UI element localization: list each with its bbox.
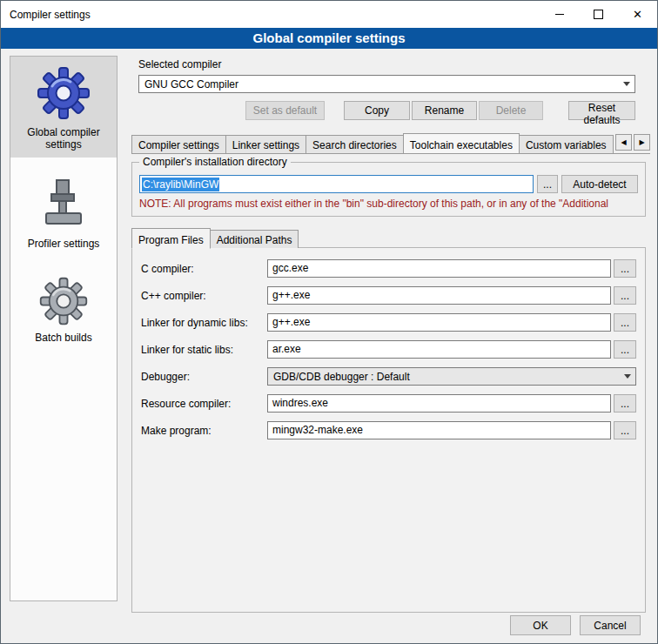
tab-search-directories[interactable]: Search directories: [306, 135, 404, 153]
resource-compiler-browse-button[interactable]: ...: [614, 394, 636, 413]
form-row-debugger: Debugger:GDB/CDB debugger : Default: [141, 367, 636, 386]
chevron-down-icon: [619, 76, 634, 92]
make-program-browse-button[interactable]: ...: [614, 421, 636, 439]
tab-linker-settings[interactable]: Linker settings: [225, 135, 306, 153]
field-label-debugger: Debugger:: [141, 371, 267, 383]
compiler-select-value: GNU GCC Compiler: [139, 78, 619, 91]
subtab-program-files[interactable]: Program Files: [131, 228, 211, 249]
field-label-linker-for-dynamic-libs: Linker for dynamic libs:: [141, 317, 267, 329]
sidebar-item-global-compiler-settings[interactable]: Global compiler settings: [10, 57, 117, 158]
tab-buil[interactable]: Buil: [613, 135, 614, 153]
batch-builds-gear-icon: [38, 276, 89, 326]
tab-scroll-left-button[interactable]: ◀: [615, 134, 632, 151]
make-program-input[interactable]: mingw32-make.exe: [267, 421, 611, 439]
form-row-linker-for-dynamic-libs: Linker for dynamic libs:g++.exe...: [141, 313, 636, 332]
settings-tabstrip: Compiler settingsLinker settingsSearch d…: [131, 132, 650, 154]
field-label-c-compiler: C compiler:: [141, 263, 267, 275]
compiler-select[interactable]: GNU GCC Compiler: [138, 75, 635, 93]
program-files-tabstrip: Program FilesAdditional Paths: [131, 228, 650, 248]
install-dir-row: C:\raylib\MinGW ... Auto-detect: [139, 175, 638, 193]
sidebar-item-profiler-settings[interactable]: Profiler settings: [10, 168, 117, 257]
page-title: Global compiler settings: [1, 28, 657, 49]
linker-for-dynamic-libs-browse-button[interactable]: ...: [614, 313, 636, 332]
compiler-gear-icon: [36, 65, 91, 121]
settings-sidebar: Global compiler settings Profiler settin…: [10, 56, 118, 601]
profiler-icon: [36, 177, 91, 232]
tab-custom-variables[interactable]: Custom variables: [519, 135, 614, 153]
resource-compiler-input[interactable]: windres.exe: [267, 394, 611, 413]
minimize-icon: [555, 14, 564, 15]
install-dir-group: Compiler's installation directory C:\ray…: [131, 162, 646, 217]
compiler-action-buttons: Set as default Copy Rename Delete Reset …: [138, 101, 635, 120]
set-as-default-button: Set as default: [245, 101, 325, 120]
form-row-make-program: Make program:mingw32-make.exe...: [141, 421, 636, 439]
tab-scroll-right-button[interactable]: ▶: [634, 134, 650, 151]
install-dir-browse-button[interactable]: ...: [537, 175, 558, 193]
c-compiler-input[interactable]: gcc.exe: [267, 259, 611, 278]
auto-detect-button[interactable]: Auto-detect: [561, 175, 638, 193]
cancel-button[interactable]: Cancel: [580, 615, 641, 635]
close-icon: ✕: [633, 9, 642, 20]
settings-content: Selected compiler GNU GCC Compiler Set a…: [131, 55, 650, 613]
dialog-footer: OK Cancel: [510, 615, 641, 635]
c-compiler-input[interactable]: g++.exe: [267, 286, 611, 305]
chevron-down-icon: [620, 368, 635, 385]
install-dir-value: C:\raylib\MinGW: [142, 178, 219, 191]
sidebar-item-label: Global compiler settings: [12, 126, 115, 151]
settings-tabs: Compiler settingsLinker settingsSearch d…: [131, 132, 614, 153]
install-dir-input[interactable]: C:\raylib\MinGW: [139, 175, 534, 193]
form-row-resource-compiler: Resource compiler:windres.exe...: [141, 394, 636, 413]
c-compiler-browse-button[interactable]: ...: [614, 286, 636, 305]
debugger-select[interactable]: GDB/CDB debugger : Default: [267, 367, 636, 386]
delete-button: Delete: [479, 101, 543, 120]
ok-button[interactable]: OK: [510, 615, 571, 635]
sidebar-item-label: Profiler settings: [12, 238, 115, 250]
minimize-button[interactable]: [540, 1, 579, 28]
form-row-c-compiler: C++ compiler:g++.exe...: [141, 286, 636, 305]
install-dir-group-title: Compiler's installation directory: [139, 156, 291, 168]
reset-defaults-button[interactable]: Reset defaults: [568, 101, 635, 120]
sidebar-item-batch-builds[interactable]: Batch builds: [10, 267, 117, 351]
compiler-settings-window: Compiler settings ✕ Global compiler sett…: [0, 0, 658, 644]
titlebar: Compiler settings ✕: [1, 1, 657, 28]
c-compiler-browse-button[interactable]: ...: [614, 259, 636, 278]
rename-button[interactable]: Rename: [412, 101, 477, 120]
install-dir-note: NOTE: All programs must exist either in …: [139, 198, 638, 210]
form-row-c-compiler: C compiler:gcc.exe...: [141, 259, 636, 278]
field-label-make-program: Make program:: [141, 425, 267, 437]
maximize-icon: [594, 10, 603, 19]
linker-for-static-libs-input[interactable]: ar.exe: [267, 340, 611, 359]
maximize-button[interactable]: [579, 1, 618, 28]
field-label-c-compiler: C++ compiler:: [141, 290, 267, 302]
selected-compiler-label: Selected compiler: [138, 58, 650, 70]
program-files-panel: C compiler:gcc.exe...C++ compiler:g++.ex…: [131, 247, 646, 613]
window-title: Compiler settings: [1, 9, 540, 21]
tab-toolchain-executables[interactable]: Toolchain executables: [403, 133, 520, 153]
form-row-linker-for-static-libs: Linker for static libs:ar.exe...: [141, 340, 636, 359]
copy-button[interactable]: Copy: [344, 101, 410, 120]
tab-compiler-settings[interactable]: Compiler settings: [131, 135, 226, 153]
close-button[interactable]: ✕: [618, 1, 657, 28]
linker-for-static-libs-browse-button[interactable]: ...: [614, 340, 636, 359]
sidebar-item-label: Batch builds: [12, 332, 115, 344]
linker-for-dynamic-libs-input[interactable]: g++.exe: [267, 313, 611, 332]
subtab-additional-paths[interactable]: Additional Paths: [210, 230, 299, 248]
field-label-linker-for-static-libs: Linker for static libs:: [141, 344, 267, 356]
debugger-select-value: GDB/CDB debugger : Default: [268, 371, 620, 383]
field-label-resource-compiler: Resource compiler:: [141, 398, 267, 410]
